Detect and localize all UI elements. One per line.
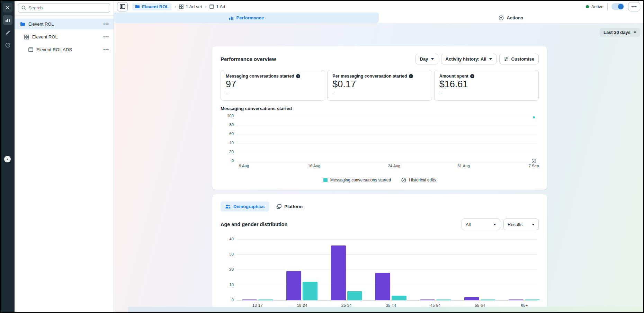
performance-overview-card: Performance overview Day Activity histor… (212, 46, 547, 190)
tab-label: Platform (284, 204, 303, 209)
active-toggle[interactable] (611, 3, 624, 10)
gridline (236, 239, 537, 240)
bar-men-55-64[interactable] (464, 297, 479, 300)
interval-dropdown[interactable]: Day (415, 54, 438, 64)
tab-demographics[interactable]: Demographics (221, 202, 269, 212)
gridline (236, 161, 537, 161)
breadcrumb-adset[interactable]: 1 Ad set (179, 4, 202, 9)
pencil-circle-icon (401, 178, 406, 182)
data-point[interactable] (533, 116, 535, 118)
row-menu-icon[interactable]: ••• (103, 47, 109, 52)
gridline (236, 143, 537, 143)
activity-history-label: Activity history: All (446, 56, 486, 62)
bar-women-25-34[interactable] (347, 291, 362, 300)
y-axis-tick: 10 (221, 283, 234, 287)
line-chart-legend: Messaging conversations started Historic… (221, 178, 539, 182)
date-range-label: Last 30 days (603, 30, 630, 35)
tree-item-adset[interactable]: Elevent ROL ••• (15, 32, 114, 42)
bar-chart-icon (229, 16, 234, 20)
tree-item-campaign[interactable]: Elevent ROL ••• (15, 19, 114, 29)
bottom-edge-strip (128, 307, 643, 312)
y-axis-tick: 0 (221, 159, 234, 163)
bar-women-18-24[interactable] (303, 282, 317, 300)
bar-women-35-44[interactable] (392, 296, 406, 300)
card-title: Performance overview (221, 56, 276, 62)
y-axis-tick: 80 (221, 123, 234, 127)
customise-button[interactable]: Customise (499, 54, 539, 64)
sidebar-toggle-button[interactable] (117, 2, 128, 11)
tab-performance[interactable]: Performance (114, 12, 379, 23)
chevron-down-icon (489, 58, 492, 60)
bar-women-13-17[interactable] (258, 299, 273, 300)
breadcrumb-ad[interactable]: 1 Ad (209, 4, 225, 9)
search-icon (21, 6, 26, 10)
row-menu-icon[interactable]: ••• (103, 34, 109, 39)
metric-amount-spent[interactable]: Amount spenti $16.61 -- (434, 70, 539, 101)
expand-panel-button[interactable]: › (4, 156, 11, 162)
top-bar: Elevent ROL › 1 Ad set › 1 Ad (114, 1, 643, 12)
y-axis-tick: 20 (221, 150, 234, 154)
metric-label: Per messaging conversation started (332, 74, 407, 79)
y-axis-tick: 0 (221, 298, 234, 302)
date-range-dropdown[interactable]: Last 30 days (600, 28, 640, 37)
status-label: Active (591, 4, 603, 9)
bar-men-35-44[interactable] (375, 273, 390, 300)
bar-men-13-17[interactable] (242, 299, 257, 300)
age-gender-bar-chart[interactable]: 40302010013-1718-2425-3435-4445-5455-646… (236, 239, 537, 308)
type-label: Results (508, 222, 522, 227)
tree-item-ad[interactable]: Elevent ROL ADS ••• (15, 44, 114, 55)
chevron-down-icon (431, 58, 434, 60)
breadcrumb-label: 1 Ad (216, 4, 225, 9)
messaging-line-chart[interactable]: 1008060402009 Aug16 Aug24 Aug31 Aug7 Sep (236, 116, 537, 169)
info-icon[interactable]: i (409, 74, 413, 78)
historical-edit-marker[interactable] (531, 159, 536, 163)
tree-item-label: Elevent ROL (28, 21, 54, 27)
tab-actions[interactable]: Actions (379, 12, 644, 23)
chevron-down-icon (532, 224, 535, 225)
tab-label: Actions (507, 15, 523, 20)
metric-label: Amount spent (439, 74, 468, 79)
frame-icon (28, 47, 33, 52)
bar-women-45-54[interactable] (436, 299, 451, 300)
status-badge: Active (586, 4, 603, 9)
main-panel: Elevent ROL › 1 Ad set › 1 Ad (114, 1, 643, 312)
metric-messaging-conversations[interactable]: Messaging conversations startedi 97 -- (221, 70, 325, 101)
bar-women-55-64[interactable] (481, 299, 495, 300)
bar-men-65+[interactable] (509, 299, 524, 300)
metric-cost-per-conversation[interactable]: Per messaging conversation startedi $0.1… (327, 70, 432, 101)
arrow-up-circle-icon (499, 15, 504, 20)
search-field[interactable] (28, 5, 107, 10)
metric-value: $0.17 (332, 79, 427, 90)
row-menu-icon[interactable]: ••• (103, 21, 109, 27)
activity-history-dropdown[interactable]: Activity history: All (441, 54, 497, 64)
bar-women-65+[interactable] (525, 299, 540, 300)
close-icon[interactable] (3, 3, 12, 12)
interval-label: Day (420, 56, 428, 62)
x-axis-tick: 24 Aug (388, 164, 400, 168)
bar-men-18-24[interactable] (286, 271, 301, 300)
bar-men-45-54[interactable] (420, 299, 435, 300)
history-clock-icon[interactable] (3, 40, 12, 50)
content-scroll-area[interactable]: Last 30 days Performance overview Day (114, 23, 643, 312)
tab-platform[interactable]: Platform (272, 202, 307, 212)
gridline (236, 270, 537, 270)
metric-scope-dropdown[interactable]: All (462, 218, 500, 230)
info-icon[interactable]: i (470, 74, 474, 78)
divider (607, 3, 608, 10)
gridline (236, 125, 537, 125)
legend-messaging[interactable]: Messaging conversations started (323, 178, 391, 182)
search-input[interactable] (18, 3, 110, 12)
breadcrumb-campaign[interactable]: Elevent ROL (132, 3, 171, 10)
metric-value: 97 (226, 79, 320, 90)
legend-historical-edits[interactable]: Historical edits (401, 178, 436, 182)
metric-type-dropdown[interactable]: Results (503, 218, 539, 230)
breadcrumb: Elevent ROL › 1 Ad set › 1 Ad (132, 3, 225, 10)
line-chart-title: Messaging conversations started (221, 106, 539, 111)
bar-chart-title: Age and gender distribution (221, 222, 287, 227)
info-icon[interactable]: i (296, 74, 300, 78)
view-tabs: Performance Actions (114, 12, 643, 23)
edit-pencil-icon[interactable] (3, 28, 12, 37)
more-options-button[interactable]: ••• (628, 2, 640, 11)
insights-icon[interactable] (3, 15, 12, 25)
bar-men-25-34[interactable] (331, 245, 346, 300)
